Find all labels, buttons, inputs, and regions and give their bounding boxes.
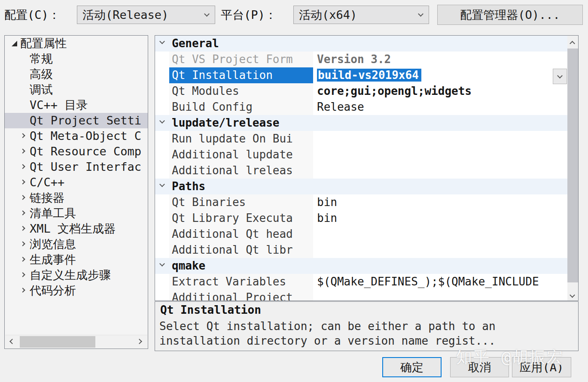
collapsed-arrow-icon[interactable] xyxy=(20,133,25,138)
property-row[interactable]: Build ConfigRelease xyxy=(155,99,567,115)
cancel-button[interactable]: 取消 xyxy=(450,357,509,377)
expanded-arrow-icon[interactable] xyxy=(12,41,17,46)
section-collapse-icon[interactable] xyxy=(159,261,165,267)
property-row[interactable]: Additional Qt head xyxy=(155,226,567,242)
property-value-cell[interactable]: bin xyxy=(317,210,567,226)
collapsed-arrow-icon[interactable] xyxy=(20,164,25,169)
section-collapse-icon[interactable] xyxy=(159,182,165,187)
property-name-cell[interactable]: Build Config xyxy=(169,99,315,115)
property-value-cell[interactable]: Version 3.2 xyxy=(317,52,567,67)
property-name-cell[interactable]: Additional Qt libr xyxy=(169,242,315,258)
tree-item[interactable]: Qt Meta-Object C xyxy=(5,128,148,144)
sidebar-horizontal-scrollbar[interactable] xyxy=(5,335,147,348)
property-name-cell[interactable]: Extract Variables xyxy=(169,274,315,290)
chevron-down-icon xyxy=(557,73,563,79)
property-row[interactable]: Qt Installationbuild-vs2019x64 xyxy=(155,67,567,83)
property-value-cell[interactable]: $(QMake_DEFINES_);$(QMake_INCLUDE xyxy=(317,274,567,290)
property-row[interactable]: Additional lreleas xyxy=(155,163,567,179)
property-name-cell[interactable]: Qt Installation xyxy=(169,67,315,83)
property-name-cell[interactable]: Additional lreleas xyxy=(169,163,315,179)
property-value-cell[interactable]: core;gui;opengl;widgets xyxy=(317,83,567,99)
tree-item[interactable]: 常规 xyxy=(5,51,148,67)
qt-installation-dropdown-button[interactable] xyxy=(553,69,567,84)
scroll-down-icon[interactable] xyxy=(570,292,575,298)
property-name-cell[interactable]: Additional Project xyxy=(169,290,315,300)
scrollbar-thumb[interactable] xyxy=(20,336,95,348)
description-text-line2: installation directory or a version name… xyxy=(159,334,496,347)
configuration-combobox[interactable]: 活动(Release) xyxy=(77,6,215,24)
tree-item[interactable]: 链接器 xyxy=(5,190,148,206)
property-value-cell[interactable] xyxy=(317,163,567,179)
property-name-cell[interactable]: Run lupdate On Bui xyxy=(169,131,315,147)
collapsed-arrow-icon[interactable] xyxy=(20,149,25,153)
property-name-cell[interactable]: Qt Modules xyxy=(169,83,315,99)
property-name-cell[interactable]: Qt Binaries xyxy=(169,194,315,210)
property-name-cell[interactable]: Qt Library Executa xyxy=(169,210,315,226)
property-value-cell[interactable] xyxy=(317,226,567,242)
tree-item[interactable]: C/C++ xyxy=(5,175,148,190)
property-row[interactable]: Qt Binariesbin xyxy=(155,194,567,210)
property-row[interactable]: Qt Modulescore;gui;opengl;widgets xyxy=(155,83,567,99)
scroll-left-icon[interactable] xyxy=(9,339,15,344)
tree-item[interactable]: 生成事件 xyxy=(5,252,148,267)
property-value-cell[interactable]: bin xyxy=(317,194,567,210)
property-rows-container: GeneralQt VS Project FormVersion 3.2Qt I… xyxy=(155,36,567,300)
scroll-right-icon[interactable] xyxy=(137,339,142,344)
property-value-text: core;gui;opengl;widgets xyxy=(317,85,472,97)
property-name-cell[interactable]: Additional Qt head xyxy=(169,226,315,242)
property-value-cell[interactable] xyxy=(317,131,567,147)
tree-item[interactable]: 高级 xyxy=(5,67,148,82)
section-header-row[interactable]: lupdate/lrelease xyxy=(155,115,567,131)
platform-combobox[interactable]: 活动(x64) xyxy=(293,6,429,24)
section-header-row[interactable]: General xyxy=(155,36,567,52)
tree-item-label: 调试 xyxy=(30,82,53,97)
collapsed-arrow-icon[interactable] xyxy=(20,288,25,292)
property-value-cell[interactable]: build-vs2019x64 xyxy=(317,67,567,83)
collapsed-arrow-icon[interactable] xyxy=(20,257,25,261)
tree-item[interactable]: Qt User Interfac xyxy=(5,159,148,175)
section-header-row[interactable]: qmake xyxy=(155,258,567,274)
property-value-cell[interactable] xyxy=(317,242,567,258)
tree-item[interactable]: Qt Project Setti xyxy=(5,113,148,128)
collapsed-arrow-icon[interactable] xyxy=(20,179,25,184)
collapsed-arrow-icon[interactable] xyxy=(20,195,25,200)
section-header-row[interactable]: Paths xyxy=(155,179,567,194)
tree-item[interactable]: Qt Resource Comp xyxy=(5,144,148,159)
property-value-cell[interactable] xyxy=(317,290,567,300)
property-row[interactable]: Additional lupdate xyxy=(155,147,567,163)
collapsed-arrow-icon[interactable] xyxy=(20,272,25,277)
property-row[interactable]: Qt Library Executabin xyxy=(155,210,567,226)
collapsed-arrow-icon[interactable] xyxy=(20,210,25,215)
property-name-cell[interactable]: Qt VS Project Form xyxy=(169,52,315,67)
property-name-cell[interactable]: Additional lupdate xyxy=(169,147,315,163)
collapsed-arrow-icon[interactable] xyxy=(20,226,25,230)
tree-item[interactable]: 调试 xyxy=(5,82,148,97)
grid-vertical-scrollbar[interactable] xyxy=(567,36,578,300)
tree-item-label: 清单工具 xyxy=(30,206,76,221)
tree-item[interactable]: 清单工具 xyxy=(5,206,148,221)
property-row[interactable]: Extract Variables$(QMake_DEFINES_);$(QMa… xyxy=(155,274,567,290)
section-collapse-icon[interactable] xyxy=(159,39,165,44)
ok-button[interactable]: 确定 xyxy=(382,357,442,377)
tree-item[interactable]: 配置属性 xyxy=(5,36,148,51)
scroll-up-icon[interactable] xyxy=(570,41,575,46)
tree-item[interactable]: VC++ 目录 xyxy=(5,97,148,113)
property-value-cell[interactable] xyxy=(317,147,567,163)
tree-item[interactable]: 浏览信息 xyxy=(5,236,148,252)
property-value-cell[interactable]: Release xyxy=(317,99,567,115)
scrollbar-thumb[interactable] xyxy=(567,49,578,282)
tree-item[interactable]: 自定义生成步骤 xyxy=(5,267,148,283)
tree-item-label: 自定义生成步骤 xyxy=(30,267,111,283)
tree-item[interactable]: XML 文档生成器 xyxy=(5,221,148,236)
tree-item-label: 高级 xyxy=(30,67,53,82)
property-row[interactable]: Additional Qt libr xyxy=(155,242,567,258)
section-collapse-icon[interactable] xyxy=(159,118,165,124)
chevron-down-icon xyxy=(418,11,423,17)
collapsed-arrow-icon[interactable] xyxy=(20,241,25,246)
tree-item[interactable]: 代码分析 xyxy=(5,283,148,298)
apply-button[interactable]: 应用(A) xyxy=(512,357,571,377)
property-row[interactable]: Additional Project xyxy=(155,290,567,300)
property-row[interactable]: Qt VS Project FormVersion 3.2 xyxy=(155,52,567,67)
property-row[interactable]: Run lupdate On Bui xyxy=(155,131,567,147)
configuration-manager-button[interactable]: 配置管理器(O)... xyxy=(437,5,583,25)
